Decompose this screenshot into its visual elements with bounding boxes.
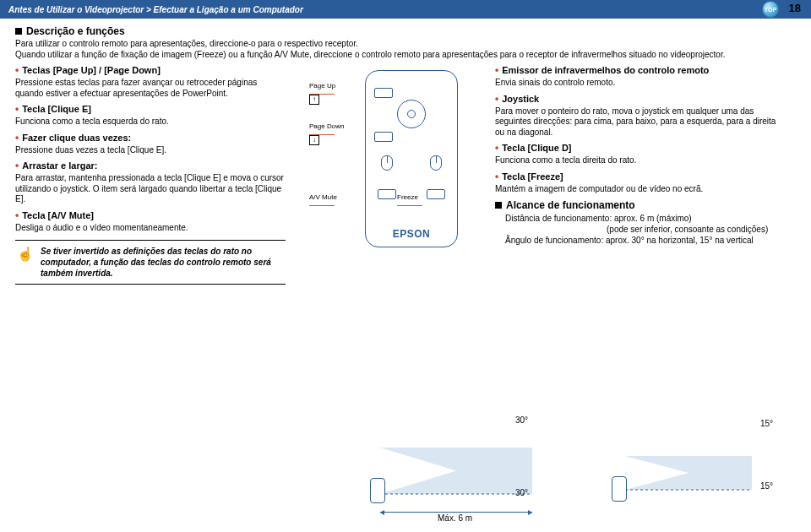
range-title: Alcance de funcionamento xyxy=(506,199,635,211)
feature-item: •Tecla [A/V Mute] Desliga o áudio e o ví… xyxy=(15,210,286,234)
heading-bullet-icon xyxy=(15,28,22,35)
remote-diagram-column: EPSON Page Up ↑ Page Down ↓ A/V Mute xyxy=(297,65,483,285)
bullet-icon: • xyxy=(15,133,19,143)
feature-item: •Tecla [Clique E] Funciona como a tecla … xyxy=(15,104,286,128)
bullet-icon: • xyxy=(495,171,498,182)
feature-title: Emissor de infravermelhos do controlo re… xyxy=(502,65,709,75)
section-title: Descrição e funções xyxy=(26,25,125,37)
feature-item: •Tecla [Freeze] Mantém a imagem de compu… xyxy=(495,171,782,195)
distance-arrow xyxy=(380,512,532,513)
angle-30-bottom: 30° xyxy=(515,488,528,497)
top-nav-icon[interactable]: TOP xyxy=(762,1,779,18)
right-column: •Emissor de infravermelhos do controlo r… xyxy=(495,65,782,285)
three-column-layout: •Teclas [Page Up] / [Page Down] Pression… xyxy=(15,65,796,285)
remote-diagram: EPSON Page Up ↑ Page Down ↓ A/V Mute xyxy=(306,67,475,261)
hand-icon: ☝ xyxy=(17,246,34,263)
feature-item: •Teclas [Page Up] / [Page Down] Pression… xyxy=(15,65,286,99)
range-diagram: 30° 30° Máx. 6 m 15° 15° xyxy=(338,414,794,524)
feature-item: •Arrastar e largar: Para arrastar, mante… xyxy=(15,160,286,205)
feature-title: Tecla [Clique D] xyxy=(502,143,571,153)
bullet-icon: • xyxy=(495,143,498,153)
breadcrumb-bar: Antes de Utilizar o Videoprojector > Efe… xyxy=(0,0,811,19)
down-arrow-icon: ↓ xyxy=(309,135,319,145)
page-number: 18 xyxy=(789,2,801,14)
feature-desc: Mantém a imagem de computador ou de víde… xyxy=(495,184,782,195)
up-arrow-icon: ↑ xyxy=(309,95,319,105)
label-page-down: Page Down ↓ xyxy=(309,122,344,145)
feature-desc: Envia sinais do controlo remoto. xyxy=(495,78,782,89)
angle-15-top: 15° xyxy=(760,419,773,428)
remote-mini-icon xyxy=(370,478,385,503)
feature-title: Tecla [A/V Mute] xyxy=(22,210,94,220)
feature-title: Joystick xyxy=(502,94,539,104)
feature-desc: Para mover o ponteiro do rato, mova o jo… xyxy=(495,106,782,138)
range-text: Distância de funcionamento: aprox. 6 m (… xyxy=(495,213,782,246)
angle-15-bottom: 15° xyxy=(760,481,773,491)
page-content: Descrição e funções Para utilizar o cont… xyxy=(0,19,811,288)
feature-desc: Para arrastar, mantenha pressionada a te… xyxy=(15,173,286,205)
left-click-icon xyxy=(381,155,393,171)
bullet-icon: • xyxy=(15,104,19,114)
bullet-icon: • xyxy=(15,65,19,75)
page-down-button-icon xyxy=(374,132,393,142)
label-freeze: Freeze xyxy=(397,193,422,206)
feature-title: Tecla [Freeze] xyxy=(502,171,563,182)
feature-item: •Joystick Para mover o ponteiro do rato,… xyxy=(495,94,782,138)
tip-text: Se tiver invertido as definições das tec… xyxy=(41,247,271,278)
feature-item: •Tecla [Clique D] Funciona como a tecla … xyxy=(495,143,782,166)
angle-30-top: 30° xyxy=(515,415,528,425)
label-av-mute: A/V Mute xyxy=(309,193,337,206)
feature-desc: Pressione estas teclas para fazer avança… xyxy=(15,78,286,99)
feature-title: Fazer clique duas vezes: xyxy=(22,133,131,143)
joystick-icon xyxy=(397,100,426,128)
feature-desc: Funciona como a tecla direita do rato. xyxy=(495,155,782,166)
remote-brand: EPSON xyxy=(366,228,457,240)
page-up-button-icon xyxy=(374,88,393,98)
feature-title: Tecla [Clique E] xyxy=(22,104,91,114)
right-click-icon xyxy=(430,155,442,171)
feature-desc: Funciona como a tecla esquerda do rato. xyxy=(15,117,286,128)
max-distance-label: Máx. 6 m xyxy=(438,513,472,523)
range-heading-row: Alcance de funcionamento xyxy=(495,199,782,211)
label-page-up: Page Up ↑ xyxy=(309,82,335,105)
left-column: •Teclas [Page Up] / [Page Down] Pression… xyxy=(15,65,286,285)
section-heading-row: Descrição e funções xyxy=(15,25,796,37)
feature-item: •Fazer clique duas vezes: Pressione duas… xyxy=(15,133,286,156)
bullet-icon: • xyxy=(15,160,19,171)
feature-item: •Emissor de infravermelhos do controlo r… xyxy=(495,65,782,89)
tip-callout: ☝ Se tiver invertido as definições das t… xyxy=(15,240,286,285)
feature-title: Arrastar e largar: xyxy=(22,160,97,171)
av-mute-button-icon xyxy=(378,189,396,199)
feature-desc: Pressione duas vezes a tecla [Clique E]. xyxy=(15,145,286,156)
breadcrumb: Antes de Utilizar o Videoprojector > Efe… xyxy=(8,5,303,14)
vertical-range-icon xyxy=(600,414,786,515)
remote-mini-icon xyxy=(612,476,627,502)
remote-outline: EPSON xyxy=(365,70,458,247)
bullet-icon: • xyxy=(495,94,498,104)
feature-title: Teclas [Page Up] / [Page Down] xyxy=(22,65,161,75)
bullet-icon: • xyxy=(495,65,498,75)
feature-desc: Desliga o áudio e o vídeo momentaneament… xyxy=(15,223,286,234)
heading-bullet-icon xyxy=(495,202,502,209)
bullet-icon: • xyxy=(15,210,19,220)
freeze-button-icon xyxy=(427,189,445,199)
intro-paragraph: Para utilizar o controlo remoto para apr… xyxy=(15,39,796,60)
